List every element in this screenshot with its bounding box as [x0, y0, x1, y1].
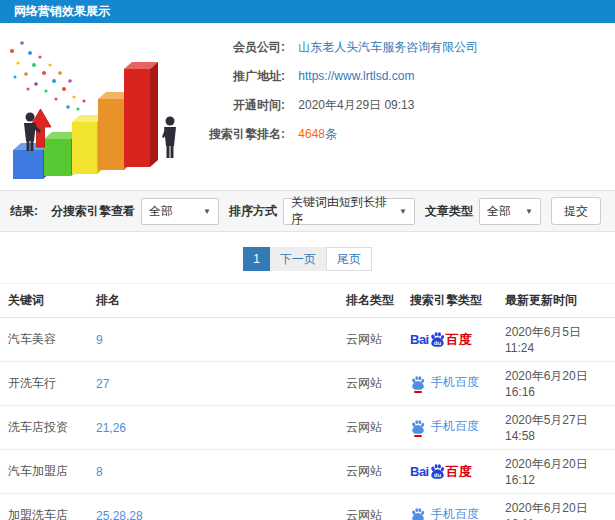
engine-filter-label: 分搜索引擎查看: [51, 203, 135, 220]
ranking-count-value: 4648: [298, 127, 325, 141]
svg-text:du: du: [434, 340, 442, 346]
rank-type-cell: 云网站: [338, 494, 402, 520]
header-rank-type: 排名类型: [338, 284, 402, 318]
rank-type-cell: 云网站: [338, 406, 402, 450]
confetti-dots: [10, 41, 86, 110]
info-row-url: 推广地址: https://www.lrtlsd.com: [185, 68, 478, 85]
rank-link[interactable]: 21,26: [96, 421, 126, 435]
table-row: 洗车店投资21,26云网站 手机百度 2020年5月27日 14:58: [0, 406, 615, 450]
table-row: 开洗车行27云网站 手机百度 2020年6月20日 16:16: [0, 362, 615, 406]
mobile-baidu-logo: 手机百度: [410, 374, 479, 391]
keyword-table-body: 汽车美容9云网站 Bai du 百度 2020年6月5日 11:24开洗车行27…: [0, 318, 615, 520]
top-section: 会员公司: 山东老人头汽车服务咨询有限公司 推广地址: https://www.…: [0, 23, 615, 190]
baidu-logo: Bai du 百度: [410, 331, 472, 349]
open-time-value: 2020年4月29日 09:13: [298, 98, 414, 112]
member-info: 会员公司: 山东老人头汽车服务咨询有限公司 推广地址: https://www.…: [185, 29, 478, 190]
info-row-open-time: 开通时间: 2020年4月29日 09:13: [185, 97, 478, 114]
keyword-table: 关键词 排名 排名类型 搜索引擎类型 最新更新时间 汽车美容9云网站 Bai d…: [0, 283, 615, 520]
baidu-paw-icon: [411, 508, 425, 520]
header-engine: 搜索引擎类型: [402, 284, 497, 318]
table-row: 加盟洗车店25,28,28云网站 手机百度 2020年6月20日 16:11: [0, 494, 615, 520]
header-rank: 排名: [88, 284, 338, 318]
rank-type-cell: 云网站: [338, 362, 402, 406]
mobile-baidu-logo: 手机百度: [410, 506, 479, 520]
rank-type-cell: 云网站: [338, 450, 402, 494]
baidu-paw-icon: du: [430, 332, 445, 347]
engine-cell: 手机百度: [402, 406, 497, 450]
baidu-logo: Bai du 百度: [410, 463, 472, 481]
engine-filter-select[interactable]: 全部 ▼: [141, 198, 219, 225]
last-page-button[interactable]: 尾页: [326, 247, 372, 271]
page-title: 网络营销效果展示: [0, 0, 615, 23]
mobile-baidu-label: 手机百度: [431, 418, 479, 435]
mobile-baidu-logo: 手机百度: [410, 418, 479, 435]
updated-cell: 2020年6月5日 11:24: [497, 318, 615, 362]
engine-cell: Bai du 百度: [402, 450, 497, 494]
chevron-down-icon: ▼: [399, 207, 407, 216]
keyword-cell: 洗车店投资: [0, 406, 88, 450]
keyword-cell: 加盟洗车店: [0, 494, 88, 520]
info-row-company: 会员公司: 山东老人头汽车服务咨询有限公司: [185, 39, 478, 56]
keyword-cell: 汽车加盟店: [0, 450, 88, 494]
table-row: 汽车加盟店8云网站 Bai du 百度 2020年6月20日 16:12: [0, 450, 615, 494]
businessman-right: [162, 117, 176, 159]
updated-cell: 2020年5月27日 14:58: [497, 406, 615, 450]
pagination: 1 下一页 尾页: [0, 247, 615, 271]
keyword-cell: 汽车美容: [0, 318, 88, 362]
table-row: 汽车美容9云网站 Bai du 百度 2020年6月5日 11:24: [0, 318, 615, 362]
article-type-label: 文章类型: [425, 203, 473, 220]
ranking-count-label: 搜索引擎排名:: [185, 126, 285, 143]
promotion-url-link[interactable]: https://www.lrtlsd.com: [298, 69, 414, 83]
keyword-table-head: 关键词 排名 排名类型 搜索引擎类型 最新更新时间: [0, 284, 615, 318]
bar-chart-illustration: [0, 29, 185, 187]
svg-text:du: du: [434, 472, 442, 478]
mobile-baidu-label: 手机百度: [431, 506, 479, 520]
page: 网络营销效果展示: [0, 0, 615, 520]
page-1-button[interactable]: 1: [243, 247, 270, 271]
rank-type-cell: 云网站: [338, 318, 402, 362]
sort-select[interactable]: 关键词由短到长排序 ▼: [283, 198, 415, 225]
open-time-label: 开通时间:: [185, 97, 285, 114]
info-row-ranking-count: 搜索引擎排名: 4648条: [185, 126, 478, 143]
company-label: 会员公司:: [185, 39, 285, 56]
engine-cell: 手机百度: [402, 362, 497, 406]
keyword-cell: 开洗车行: [0, 362, 88, 406]
rank-link[interactable]: 25,28,28: [96, 509, 143, 520]
chevron-down-icon: ▼: [203, 207, 211, 216]
ranking-count-suffix: 条: [325, 127, 337, 141]
engine-filter-value: 全部: [149, 203, 173, 220]
sort-label: 排序方式: [229, 203, 277, 220]
rank-link[interactable]: 8: [96, 465, 103, 479]
baidu-paw-icon: du: [430, 464, 445, 479]
baidu-paw-icon: [411, 420, 425, 434]
rank-link[interactable]: 9: [96, 333, 103, 347]
baidu-paw-icon: [411, 376, 425, 390]
engine-cell: Bai du 百度: [402, 318, 497, 362]
mobile-baidu-label: 手机百度: [431, 374, 479, 391]
next-page-button[interactable]: 下一页: [270, 247, 326, 271]
rank-link[interactable]: 27: [96, 377, 109, 391]
filter-controls: 分搜索引擎查看 全部 ▼ 排序方式 关键词由短到长排序 ▼ 文章类型 全部 ▼ …: [47, 197, 601, 225]
header-keyword: 关键词: [0, 284, 88, 318]
header-updated: 最新更新时间: [497, 284, 615, 318]
sort-value: 关键词由短到长排序: [291, 194, 393, 228]
engine-cell: 手机百度: [402, 494, 497, 520]
company-link[interactable]: 山东老人头汽车服务咨询有限公司: [298, 40, 478, 54]
bar-chart-illustration-svg: [0, 29, 185, 187]
result-label: 结果:: [10, 203, 38, 220]
submit-button[interactable]: 提交: [551, 197, 601, 225]
promotion-url-label: 推广地址:: [185, 68, 285, 85]
article-type-value: 全部: [487, 203, 511, 220]
article-type-select[interactable]: 全部 ▼: [479, 198, 541, 225]
updated-cell: 2020年6月20日 16:11: [497, 494, 615, 520]
updated-cell: 2020年6月20日 16:16: [497, 362, 615, 406]
header-row: 关键词 排名 排名类型 搜索引擎类型 最新更新时间: [0, 284, 615, 318]
filter-bar: 结果: 分搜索引擎查看 全部 ▼ 排序方式 关键词由短到长排序 ▼ 文章类型 全…: [0, 190, 615, 232]
chevron-down-icon: ▼: [525, 207, 533, 216]
updated-cell: 2020年6月20日 16:12: [497, 450, 615, 494]
